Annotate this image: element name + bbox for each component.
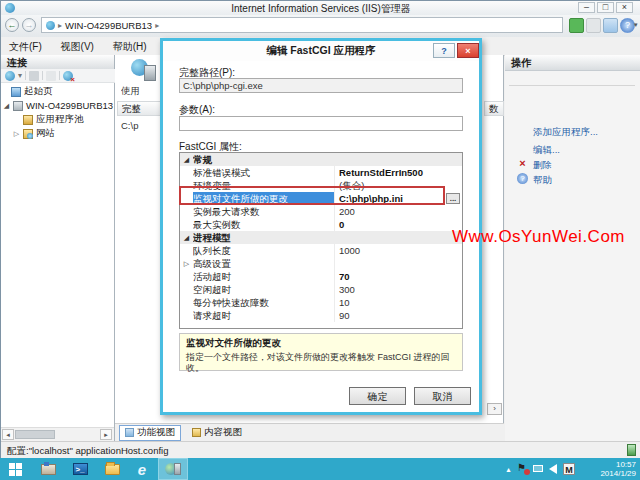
property-value[interactable]: 0 — [335, 218, 462, 231]
property-value[interactable]: 70 — [335, 270, 462, 283]
stop-icon[interactable] — [586, 18, 601, 33]
add-application-link[interactable]: 添加应用程序... — [533, 126, 598, 139]
back-icon[interactable]: ← — [5, 18, 19, 32]
row-expand-icon[interactable]: ▷ — [180, 257, 193, 270]
connect-dropdown-icon[interactable]: ▾ — [18, 71, 22, 80]
property-value[interactable]: 200 — [335, 205, 462, 218]
help-dropdown-icon[interactable]: ▾ — [634, 21, 638, 29]
property-row[interactable]: 空闲超时 300 — [180, 283, 462, 296]
menu-help[interactable]: 帮助(H) — [105, 37, 155, 54]
property-row[interactable]: 请求超时 90 — [180, 309, 462, 322]
delete-link[interactable]: 删除 — [533, 159, 552, 172]
connect-icon[interactable] — [5, 71, 15, 81]
menu-file[interactable]: 文件(F) — [1, 37, 50, 54]
home-icon[interactable] — [603, 18, 618, 33]
property-row[interactable]: 实例最大请求数 200 — [180, 205, 462, 218]
property-row[interactable]: 活动超时 70 — [180, 270, 462, 283]
edit-link[interactable]: 编辑... — [533, 144, 560, 157]
powershell-taskbar-icon[interactable]: >_ — [66, 458, 94, 480]
address-caret-icon[interactable]: ▸ — [58, 21, 62, 30]
watermark-text: Www.OsYunWei.Com — [452, 227, 625, 247]
file-explorer-taskbar-icon[interactable] — [98, 458, 126, 480]
property-category[interactable]: ◢ 进程模型 — [180, 231, 462, 244]
actions-header: 操作 — [505, 55, 640, 71]
collapsed-arrow-icon[interactable]: ▷ — [13, 130, 20, 138]
property-row[interactable]: 标准错误模式 ReturnStdErrIn500 — [180, 166, 462, 179]
property-value[interactable]: 90 — [335, 309, 462, 322]
address-input[interactable]: ▸ WIN-O4299BURB13 ▸ — [41, 17, 563, 33]
property-category[interactable]: ◢ 常规 — [180, 153, 462, 166]
expanded-arrow-icon[interactable]: ◢ — [3, 102, 10, 110]
property-value[interactable]: ReturnStdErrIn500 — [335, 166, 462, 179]
tab-features-view[interactable]: 功能视图 — [119, 425, 181, 441]
property-value[interactable]: 300 — [335, 283, 462, 296]
disconnect-icon[interactable] — [63, 71, 73, 81]
property-name: 活动超时 — [193, 270, 335, 283]
address-iis-icon — [46, 21, 55, 30]
property-row[interactable]: 队列长度 1000 — [180, 244, 462, 257]
category-expand-icon[interactable]: ◢ — [180, 153, 193, 166]
maximize-button[interactable]: □ — [597, 2, 614, 13]
sidebar-horizontal-scrollbar[interactable]: ◂ ▸ — [1, 427, 114, 441]
tab-content-view[interactable]: 内容视图 — [187, 426, 247, 440]
tree-item-start-page[interactable]: 起始页 — [11, 85, 53, 98]
table-column-header[interactable]: 数 — [484, 101, 504, 116]
actions-divider — [509, 85, 635, 86]
property-row-expandable[interactable]: ▷ 高级设置 — [180, 257, 462, 270]
scroll-right-button[interactable]: ▸ — [100, 429, 112, 440]
dialog-close-button[interactable]: × — [457, 43, 479, 58]
up-icon[interactable] — [46, 71, 56, 81]
address-caret-icon[interactable]: ▸ — [155, 21, 159, 30]
help-icon[interactable]: ? — [620, 18, 635, 33]
property-row[interactable]: 最大实例数 0 — [180, 218, 462, 231]
scroll-left-button[interactable]: ◂ — [2, 429, 14, 440]
network-tray-icon[interactable] — [533, 465, 543, 472]
address-server-name: WIN-O4299BURB13 — [65, 20, 152, 31]
arguments-field[interactable] — [179, 116, 463, 131]
help-link[interactable]: 帮助 — [533, 174, 552, 187]
property-value[interactable]: 1000 — [335, 244, 462, 257]
close-button[interactable]: × — [616, 2, 633, 13]
browse-button[interactable]: ... — [446, 193, 460, 204]
property-value[interactable] — [335, 257, 462, 270]
server-icon — [13, 101, 23, 111]
property-name: 标准错误模式 — [193, 166, 335, 179]
taskbar-clock[interactable]: 10:57 2014/1/29 — [582, 458, 640, 480]
sites-icon — [23, 129, 33, 139]
cancel-button[interactable]: 取消 — [414, 387, 471, 405]
help-icon[interactable]: ? — [517, 173, 528, 184]
tray-expand-icon[interactable]: ▲ — [505, 458, 512, 480]
property-name: 请求超时 — [193, 309, 335, 322]
category-label: 进程模型 — [193, 231, 462, 244]
ok-button[interactable]: 确定 — [349, 387, 406, 405]
toolbar-divider — [42, 71, 43, 80]
property-row[interactable]: 每分钟快速故障数 10 — [180, 296, 462, 309]
internet-explorer-taskbar-icon[interactable]: e — [128, 458, 156, 480]
table-column-header[interactable]: 完整 — [117, 101, 161, 116]
speaker-muted-icon[interactable] — [549, 464, 557, 474]
server-manager-taskbar-icon[interactable] — [34, 458, 62, 480]
action-center-flag-icon[interactable]: ⚑ — [517, 462, 526, 473]
category-expand-icon[interactable]: ◢ — [180, 231, 193, 244]
tree-item-app-pools[interactable]: 应用程序池 — [23, 113, 84, 126]
view-tabs: 功能视图 内容视图 — [115, 423, 504, 441]
scrollbar-thumb[interactable] — [15, 430, 55, 439]
delete-icon[interactable]: × — [517, 158, 528, 169]
full-path-field[interactable]: C:\php\php-cgi.exe — [179, 78, 463, 93]
category-label: 常规 — [193, 153, 462, 166]
feedback-icon[interactable] — [569, 18, 584, 33]
dialog-help-button[interactable]: ? — [433, 43, 455, 58]
property-value[interactable]: 10 — [335, 296, 462, 309]
forward-icon[interactable]: → — [22, 18, 36, 32]
save-icon[interactable] — [29, 71, 39, 81]
connections-toolbar: ▾ — [1, 69, 118, 83]
content-scroll-right-button[interactable]: › — [487, 403, 502, 415]
start-button[interactable] — [0, 458, 30, 480]
input-method-icon[interactable]: M — [563, 463, 575, 475]
property-name: 空闲超时 — [193, 283, 335, 296]
minimize-button[interactable]: – — [578, 2, 595, 13]
iis-manager-taskbar-icon-active[interactable] — [158, 458, 188, 480]
table-row-fragment[interactable]: C:\p — [121, 120, 159, 131]
tree-item-sites[interactable]: ▷ 网站 — [13, 127, 55, 140]
menu-view[interactable]: 视图(V) — [53, 37, 102, 54]
